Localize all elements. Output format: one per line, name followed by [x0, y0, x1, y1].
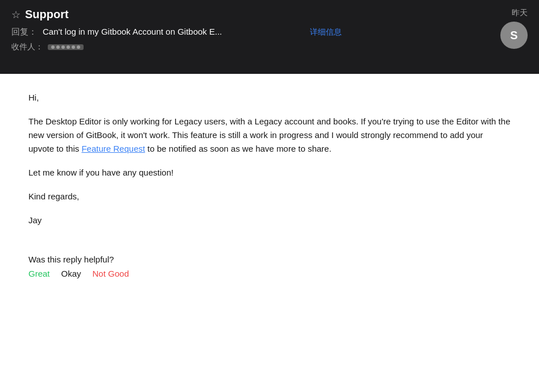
feedback-question: Was this reply helpful? — [28, 255, 511, 264]
email-subject: Can't log in my Gitbook Account on Gitbo… — [43, 27, 304, 36]
avatar: S — [500, 22, 528, 49]
paragraph1-after: to be notified as soon as we have more t… — [147, 144, 331, 153]
feedback-buttons: Great Okay Not Good — [28, 269, 511, 278]
header-title: Support — [25, 8, 69, 21]
feedback-section: Was this reply helpful? Great Okay Not G… — [0, 249, 539, 290]
okay-button[interactable]: Okay — [61, 269, 81, 278]
feature-request-link[interactable]: Feature Request — [81, 144, 145, 153]
email-greeting: Hi, — [28, 91, 511, 105]
star-icon[interactable]: ☆ — [11, 9, 20, 21]
details-link[interactable]: 详细信息 — [310, 27, 342, 37]
email-signature: Jay — [28, 214, 511, 227]
recipient-label: 收件人： — [11, 42, 43, 52]
email-paragraph-1: The Desktop Editor is only working for L… — [28, 115, 511, 156]
email-paragraph-2: Let me know if you have any question! — [28, 166, 511, 180]
not-good-button[interactable]: Not Good — [93, 269, 129, 278]
reply-label: 回复： — [11, 27, 37, 37]
recipient-address — [48, 44, 84, 50]
email-paragraph-3: Kind regards, — [28, 190, 511, 203]
email-date: 昨天 — [512, 8, 528, 18]
great-button[interactable]: Great — [28, 269, 50, 278]
header-right: 昨天 S — [500, 8, 528, 49]
email-body: Hi, The Desktop Editor is only working f… — [0, 74, 539, 249]
email-header: ☆ Support 回复： Can't log in my Gitbook Ac… — [0, 0, 539, 74]
